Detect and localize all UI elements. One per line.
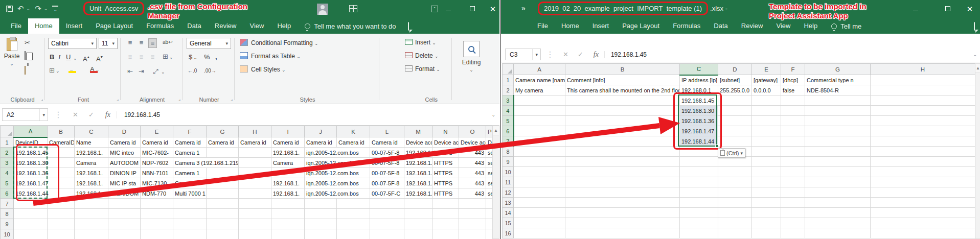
cell-E3[interactable]: NDP-7602	[141, 158, 173, 168]
cell-H3[interactable]	[239, 158, 271, 168]
cell-A15[interactable]	[514, 218, 565, 228]
rowhead-12[interactable]: 12	[503, 187, 514, 198]
increase-decimal-button[interactable]: ←.0	[188, 67, 197, 75]
cell-G9[interactable]	[805, 157, 871, 167]
cell-F8[interactable]	[781, 147, 805, 157]
cell-H5[interactable]	[239, 178, 271, 188]
middle-align-icon[interactable]: ≡	[137, 38, 146, 47]
cell-B14[interactable]	[565, 208, 680, 218]
cell-O2[interactable]: 443	[459, 148, 486, 158]
borders-button[interactable]: ⊞⌄	[49, 66, 59, 75]
cell-O9[interactable]	[459, 219, 486, 229]
bottom-align-icon[interactable]: ≡	[148, 38, 157, 48]
cell-E6[interactable]	[752, 126, 781, 136]
rowhead-9[interactable]: 9	[503, 157, 514, 167]
shrink-font-button[interactable]: A▾	[96, 53, 103, 63]
colhead-L[interactable]: L	[370, 126, 404, 137]
colhead-H[interactable]: H	[239, 126, 271, 137]
cell-A9[interactable]	[14, 219, 48, 229]
colhead-D[interactable]: D	[108, 126, 141, 137]
paste-button[interactable]: Paste ⌄	[3, 38, 21, 66]
comments-icon[interactable]	[974, 22, 975, 30]
cell-M2[interactable]: 192.168.1.	[404, 148, 432, 158]
cell-G6[interactable]	[207, 188, 239, 199]
cell-N6[interactable]: HTTPS	[432, 188, 459, 199]
cell-E8[interactable]	[141, 209, 173, 219]
cell-L9[interactable]	[370, 219, 404, 229]
rowhead-5[interactable]: 5	[1, 178, 14, 188]
cell-H1[interactable]	[871, 75, 975, 85]
cell-E8[interactable]	[752, 147, 781, 157]
rowhead-8[interactable]: 8	[1, 209, 14, 219]
cell-M4[interactable]: 192.168.1.	[404, 168, 432, 178]
cell-H8[interactable]	[239, 209, 271, 219]
tab-review[interactable]: Review	[735, 18, 770, 34]
tab-view[interactable]: View	[769, 18, 797, 34]
cell-O7[interactable]	[459, 199, 486, 209]
cell-D9[interactable]	[718, 157, 752, 167]
cell-H12[interactable]	[871, 187, 975, 198]
cell-O3[interactable]: 443	[459, 158, 486, 168]
tab-help[interactable]: Help	[797, 18, 824, 34]
cell-C1[interactable]: Name	[75, 137, 108, 148]
insert-cells-button[interactable]: Insert ⌄	[405, 39, 436, 46]
cell-H6[interactable]	[239, 188, 271, 199]
cell-C15[interactable]	[680, 218, 718, 228]
tab-file[interactable]: File	[531, 18, 555, 34]
cell-E2[interactable]: MIC-7602-	[141, 148, 173, 158]
cell-H8[interactable]	[871, 147, 975, 157]
cell-C10[interactable]	[75, 229, 108, 239]
comma-style-button[interactable]: ,	[215, 53, 217, 61]
cell-I8[interactable]	[271, 209, 305, 219]
minimize-button[interactable]	[910, 4, 921, 14]
grow-font-button[interactable]: A▴	[83, 53, 89, 63]
enter-icon[interactable]: ✓	[578, 51, 583, 58]
cell-E7[interactable]	[752, 136, 781, 147]
cell-I1[interactable]: Camera id	[271, 137, 305, 148]
cell-J2[interactable]: iqn.2005-12.com.bos	[305, 148, 370, 158]
cell-G3[interactable]	[805, 95, 871, 106]
cell-N10[interactable]	[432, 229, 459, 239]
cell-H6[interactable]	[871, 126, 975, 136]
accounting-format-button[interactable]: $⌄	[189, 53, 197, 62]
tab-data[interactable]: Data	[180, 18, 208, 34]
center-icon[interactable]: ≡	[137, 53, 146, 61]
cell-O10[interactable]	[459, 229, 486, 239]
align-left-icon[interactable]: ≡	[126, 53, 134, 61]
cell-G11[interactable]	[805, 177, 871, 187]
name-box-dropdown-icon[interactable]: ▾	[532, 49, 540, 60]
tab-formulas[interactable]: Formulas	[140, 18, 180, 34]
cell-E6[interactable]: NDM-770	[141, 188, 173, 199]
cell-A5[interactable]: 192.168.1.47	[14, 178, 75, 188]
cell-J10[interactable]	[305, 229, 337, 239]
font-color-button[interactable]: A⌄	[90, 65, 99, 74]
cell-F3[interactable]	[781, 95, 805, 106]
cell-B5[interactable]	[565, 116, 680, 126]
save-icon[interactable]	[6, 6, 13, 12]
colhead-H[interactable]: H	[871, 64, 975, 75]
cell-E10[interactable]	[141, 229, 173, 239]
cell-C2[interactable]: 192.168.1.	[75, 148, 108, 158]
underline-button[interactable]: U	[66, 53, 71, 61]
format-cells-button[interactable]: Format ⌄	[405, 65, 440, 73]
cell-D5[interactable]	[718, 116, 752, 126]
cell-G8[interactable]	[805, 147, 871, 157]
cell-C5[interactable]: 192.168.1.	[75, 178, 108, 188]
cut-icon[interactable]: ✂	[25, 39, 30, 47]
colhead-G[interactable]: G	[207, 126, 239, 137]
cell-D4[interactable]	[718, 106, 752, 116]
cell-G10[interactable]	[805, 167, 871, 177]
cell-O6[interactable]: 443	[459, 188, 486, 199]
insert-function-icon[interactable]: fx	[594, 51, 599, 59]
cell-H9[interactable]	[239, 219, 271, 229]
cell-J5[interactable]: iqn.2005-12.com.bos	[305, 178, 370, 188]
cell-B1[interactable]: CameraID	[48, 137, 75, 148]
cell-G9[interactable]	[207, 219, 239, 229]
enter-icon[interactable]: ✓	[88, 111, 94, 118]
cell-B13[interactable]	[565, 198, 680, 208]
cell-E4[interactable]	[752, 106, 781, 116]
colhead-M[interactable]: M	[404, 126, 432, 137]
increase-indent-icon[interactable]: ⇥	[137, 67, 146, 76]
cell-F7[interactable]	[781, 136, 805, 147]
alignment-dialog-launcher-icon[interactable]: ⌟	[178, 97, 180, 102]
